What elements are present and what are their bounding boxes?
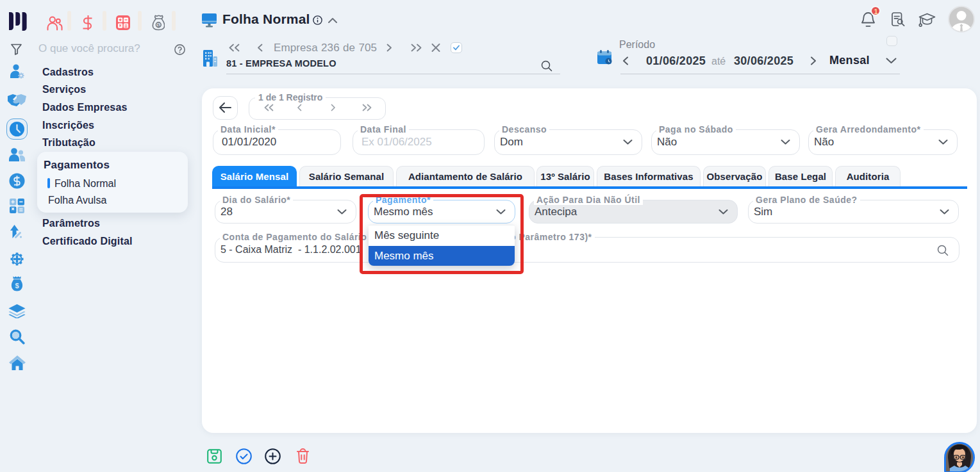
svg-text:$: $ xyxy=(15,282,19,289)
svg-text:$: $ xyxy=(157,22,160,28)
